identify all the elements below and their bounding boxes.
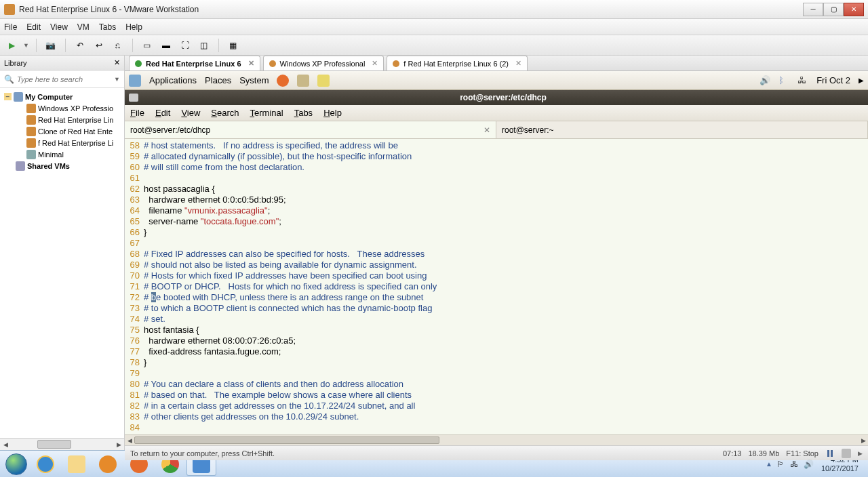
term-menu-view[interactable]: View (181, 108, 200, 118)
tree-item-label: My Computer (25, 93, 73, 101)
scroll-thumb[interactable] (37, 440, 71, 449)
view-console-button[interactable]: ▬ (159, 38, 174, 53)
vm-tab-close[interactable]: ✕ (372, 59, 378, 68)
gnome-menu-places[interactable]: Places (205, 75, 231, 85)
menu-tabs[interactable]: Tabs (99, 22, 116, 32)
tree-hscrollbar[interactable]: ◀ ▶ (0, 438, 124, 450)
unity-button[interactable]: ◫ (197, 38, 212, 53)
thumbnail-button[interactable]: ▦ (226, 38, 241, 53)
menu-edit[interactable]: Edit (26, 22, 41, 32)
terminal-tab-1-close[interactable]: ✕ (484, 125, 490, 135)
term-menu-file[interactable]: File (130, 108, 144, 118)
start-button[interactable] (3, 451, 30, 478)
vm-tab[interactable]: f Red Hat Enterprise Linux 6 (2)✕ (387, 56, 528, 70)
tray-network-icon[interactable]: 🖧 (790, 460, 800, 469)
vm-tab[interactable]: Red Hat Enterprise Linux 6✕ (129, 56, 260, 70)
app-icon (4, 4, 15, 15)
close-button[interactable]: ✕ (844, 3, 864, 16)
tree-item[interactable]: Clone of Red Hat Ente (1, 125, 123, 137)
line-number: 62 (125, 184, 144, 195)
snapshot-button[interactable]: 📷 (43, 38, 58, 53)
tree-item[interactable]: Windows XP Professio (1, 102, 123, 114)
snapshot-manager-button[interactable]: ⎌ (111, 38, 125, 53)
code-line: 75host fantasia { (125, 325, 868, 336)
tree-item[interactable]: −My Computer (1, 91, 123, 102)
expand-icon[interactable]: − (4, 93, 12, 100)
firefox-icon[interactable] (277, 75, 289, 87)
device-hdd-icon[interactable] (842, 449, 851, 458)
maximize-button[interactable]: ▢ (823, 3, 844, 16)
terminal-tab-1[interactable]: root@server:/etc/dhcp ✕ (125, 121, 496, 138)
line-number: 61 (125, 173, 144, 184)
terminal-tabs: root@server:/etc/dhcp ✕ root@server:~ (125, 121, 868, 139)
vm-tab-close[interactable]: ✕ (515, 59, 521, 68)
menu-help[interactable]: Help (125, 22, 142, 32)
clock-label[interactable]: Fri Oct 2 (816, 75, 850, 85)
line-number: 77 (125, 346, 144, 357)
tree-item-icon (26, 150, 36, 159)
menu-view[interactable]: View (50, 22, 68, 32)
term-menu-search[interactable]: Search (211, 108, 239, 118)
search-dropdown-icon[interactable]: ▼ (114, 76, 120, 83)
tree-item[interactable]: Minimal (1, 148, 123, 160)
tray-flag-icon[interactable]: 🏳 (776, 460, 786, 469)
library-close-button[interactable]: ✕ (114, 58, 120, 67)
library-search[interactable]: 🔍 ▼ (0, 70, 124, 88)
tree-item[interactable]: f Red Hat Enterprise Li (1, 137, 123, 148)
volume-icon[interactable]: 🔊 (760, 75, 770, 86)
code-text (144, 422, 868, 433)
term-menu-tabs[interactable]: Tabs (294, 108, 313, 118)
tray-show-hidden-icon[interactable]: ▲ (766, 460, 772, 468)
minimize-button[interactable]: ─ (803, 3, 823, 16)
taskbar-explorer[interactable] (62, 453, 92, 476)
vm-status-icon (269, 60, 276, 67)
tree-item[interactable]: Shared VMs (1, 160, 123, 171)
device-overflow-icon[interactable]: ▶ (858, 450, 863, 457)
editor-viewport[interactable]: 58# host statements. If no address is sp… (125, 139, 868, 434)
tree-item-label: f Red Hat Enterprise Li (38, 139, 113, 147)
terminal-icon (129, 94, 138, 102)
term-menu-help[interactable]: Help (323, 108, 342, 118)
hscroll-thumb[interactable] (134, 436, 439, 444)
term-menu-edit[interactable]: Edit (155, 108, 170, 118)
editor-hscrollbar[interactable]: ◀ ▶ (125, 434, 868, 445)
term-menu-terminal[interactable]: Terminal (250, 108, 283, 118)
taskbar-ie[interactable] (31, 453, 60, 476)
menu-file[interactable]: File (4, 22, 17, 32)
terminal-tab-2[interactable]: root@server:~ (496, 121, 868, 138)
hscroll-right-icon[interactable]: ▶ (859, 435, 868, 445)
view-single-button[interactable]: ▭ (140, 38, 155, 53)
code-line: 66} (125, 227, 868, 238)
vm-tab-close[interactable]: ✕ (248, 59, 254, 68)
line-number: 75 (125, 325, 144, 336)
hscroll-left-icon[interactable]: ◀ (125, 435, 134, 445)
fullscreen-button[interactable]: ⛶ (178, 38, 193, 53)
gnome-menu-applications[interactable]: Applications (149, 75, 197, 85)
taskbar-wmp[interactable] (93, 453, 123, 476)
vm-tab[interactable]: Windows XP Professional✕ (263, 56, 384, 70)
search-input[interactable] (17, 75, 111, 83)
network-icon[interactable]: 🖧 (797, 75, 808, 86)
code-text: # Hosts for which fixed IP addresses hav… (144, 270, 868, 281)
tree-item-icon (26, 115, 36, 125)
pause-icon[interactable] (825, 449, 835, 458)
menu-vm[interactable]: VM (77, 22, 90, 32)
scroll-left-icon[interactable]: ◀ (0, 439, 11, 450)
gnome-menu-system[interactable]: System (239, 75, 269, 85)
code-text (144, 238, 868, 249)
vmware-statusbar: To return to your computer, press Ctrl+S… (125, 445, 868, 460)
panel-overflow-icon[interactable]: ▶ (859, 77, 864, 84)
status-time: 07:13 (723, 449, 742, 458)
tray-volume-icon[interactable]: 🔊 (804, 460, 813, 469)
power-on-button[interactable]: ▶ (4, 38, 19, 53)
revert-button[interactable]: ↶ (73, 38, 87, 53)
nautilus-icon[interactable] (297, 75, 309, 87)
code-line: 64 filename "vmunix.passacaglia"; (125, 205, 868, 216)
code-text: # based on that. The example below shows… (144, 390, 868, 401)
code-text (144, 173, 868, 184)
tree-item[interactable]: Red Hat Enterprise Lin (1, 114, 123, 125)
bluetooth-icon[interactable]: ᛒ (778, 75, 789, 86)
gedit-icon[interactable] (317, 75, 330, 87)
scroll-right-icon[interactable]: ▶ (113, 439, 124, 450)
snapshot-back-button[interactable]: ↩ (92, 38, 106, 53)
